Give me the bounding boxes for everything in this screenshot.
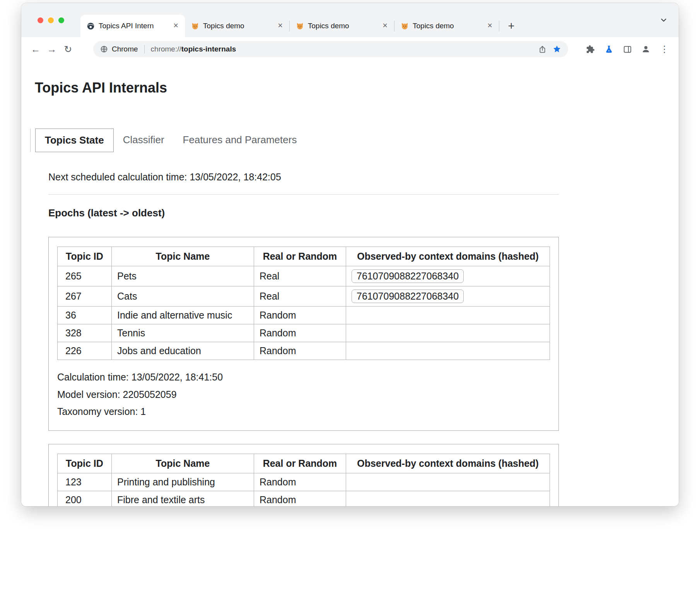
table-header-row: Topic ID Topic Name Real or Random Obser… bbox=[58, 247, 550, 266]
side-panel-icon[interactable] bbox=[619, 41, 635, 57]
url-host: topics-internals bbox=[181, 45, 236, 53]
cat-favicon-icon bbox=[191, 22, 199, 30]
observed-cell: 7610709088227068340 bbox=[346, 286, 550, 307]
real-or-random-cell: Random bbox=[254, 324, 346, 342]
address-bar[interactable]: Chrome chrome://topics-internals bbox=[93, 41, 568, 57]
observed-cell bbox=[346, 491, 550, 506]
real-or-random-cell: Random bbox=[254, 342, 346, 360]
table-row: 36 Indie and alternative music Random bbox=[58, 307, 550, 324]
section-divider bbox=[48, 194, 559, 195]
epoch-card-1: Topic ID Topic Name Real or Random Obser… bbox=[48, 237, 559, 431]
url-text: chrome://topics-internals bbox=[151, 45, 236, 53]
window-controls bbox=[21, 17, 80, 23]
back-button[interactable]: ← bbox=[27, 41, 44, 57]
col-topic-id: Topic ID bbox=[58, 454, 112, 473]
observed-cell bbox=[346, 342, 550, 360]
toolbar-right-cluster: ⋮ bbox=[582, 41, 673, 57]
tab-classifier[interactable]: Classifier bbox=[114, 129, 174, 152]
table-header-row: Topic ID Topic Name Real or Random Obser… bbox=[58, 454, 550, 473]
new-tab-button[interactable]: + bbox=[504, 19, 519, 33]
tab-title: Topics demo bbox=[203, 22, 271, 30]
site-globe-icon bbox=[100, 45, 108, 53]
tab-search-chevron-icon[interactable] bbox=[659, 16, 668, 24]
extensions-puzzle-icon[interactable] bbox=[582, 41, 598, 57]
hashed-domain-chip[interactable]: 7610709088227068340 bbox=[352, 269, 464, 283]
observed-cell bbox=[346, 307, 550, 324]
hashed-domain-chip[interactable]: 7610709088227068340 bbox=[352, 290, 464, 303]
taxonomy-version: Taxonomy version: 1 bbox=[57, 403, 550, 420]
topic-id-cell: 123 bbox=[58, 473, 112, 491]
cat-favicon-icon bbox=[401, 22, 409, 30]
table-row: 200 Fibre and textile arts Random bbox=[58, 491, 550, 506]
browser-menu-icon[interactable]: ⋮ bbox=[656, 41, 673, 57]
topic-name-cell: Fibre and textile arts bbox=[112, 491, 254, 506]
profile-avatar-icon[interactable] bbox=[638, 41, 654, 57]
experiments-flask-icon[interactable] bbox=[601, 41, 617, 57]
real-or-random-cell: Real bbox=[254, 286, 346, 307]
table-row: 267 Cats Real 7610709088227068340 bbox=[58, 286, 550, 307]
topic-id-cell: 200 bbox=[58, 491, 112, 506]
col-real-or-random: Real or Random bbox=[254, 454, 346, 473]
epoch-table-2: Topic ID Topic Name Real or Random Obser… bbox=[57, 454, 550, 507]
topic-name-cell: Printing and publishing bbox=[112, 473, 254, 491]
minimize-window-button[interactable] bbox=[48, 17, 54, 23]
close-tab-icon[interactable]: × bbox=[380, 21, 390, 31]
desktop-background: Topics API Intern × Topics demo × Topics… bbox=[0, 0, 700, 610]
topic-name-cell: Tennis bbox=[112, 324, 254, 342]
real-or-random-cell: Real bbox=[254, 266, 346, 286]
reload-button[interactable]: ↻ bbox=[60, 41, 76, 57]
page-content: Topics API Internals Topics State Classi… bbox=[21, 61, 679, 506]
model-version: Model version: 2205052059 bbox=[57, 386, 550, 403]
observed-cell bbox=[346, 473, 550, 491]
close-window-button[interactable] bbox=[38, 17, 43, 23]
topic-name-cell: Jobs and education bbox=[112, 342, 254, 360]
tab-separator bbox=[499, 21, 499, 31]
topics-state-panel: Next scheduled calculation time: 13/05/2… bbox=[48, 171, 559, 506]
table-row: 328 Tennis Random bbox=[58, 324, 550, 342]
browser-toolbar: ← → ↻ Chrome chrome://topics-internals bbox=[21, 37, 679, 61]
browser-window: Topics API Intern × Topics demo × Topics… bbox=[21, 3, 679, 506]
bookmark-star-icon[interactable] bbox=[553, 45, 561, 53]
topic-id-cell: 267 bbox=[58, 286, 112, 307]
col-real-or-random: Real or Random bbox=[254, 247, 346, 266]
calculation-time: Calculation time: 13/05/2022, 18:41:50 bbox=[57, 368, 550, 386]
observed-cell: 7610709088227068340 bbox=[346, 266, 550, 286]
page-title: Topics API Internals bbox=[35, 80, 665, 96]
topic-name-cell: Indie and alternative music bbox=[112, 307, 254, 324]
tab-title: Topics demo bbox=[308, 22, 376, 30]
col-topic-name: Topic Name bbox=[112, 454, 254, 473]
tab-strip: Topics API Intern × Topics demo × Topics… bbox=[21, 3, 679, 37]
topic-id-cell: 328 bbox=[58, 324, 112, 342]
close-tab-icon[interactable]: × bbox=[485, 21, 495, 31]
topic-id-cell: 265 bbox=[58, 266, 112, 286]
url-scheme: chrome:// bbox=[151, 45, 181, 53]
real-or-random-cell: Random bbox=[254, 491, 346, 506]
internals-tab-bar: Topics State Classifier Features and Par… bbox=[30, 129, 665, 152]
tab-title: Topics demo bbox=[413, 22, 481, 30]
browser-tab-topics-demo-1[interactable]: Topics demo × bbox=[185, 15, 289, 37]
close-tab-icon[interactable]: × bbox=[275, 21, 285, 31]
forward-button[interactable]: → bbox=[44, 41, 60, 57]
table-row: 265 Pets Real 7610709088227068340 bbox=[58, 266, 550, 286]
tab-features-parameters[interactable]: Features and Parameters bbox=[174, 129, 306, 152]
col-topic-name: Topic Name bbox=[112, 247, 254, 266]
browser-tab-topics-demo-3[interactable]: Topics demo × bbox=[394, 15, 499, 37]
topic-name-cell: Pets bbox=[112, 266, 254, 286]
close-tab-icon[interactable]: × bbox=[171, 21, 181, 31]
table-row: 226 Jobs and education Random bbox=[58, 342, 550, 360]
address-actions bbox=[538, 45, 561, 53]
col-topic-id: Topic ID bbox=[58, 247, 112, 266]
browser-tab-topics-internals[interactable]: Topics API Intern × bbox=[80, 15, 185, 37]
observed-cell bbox=[346, 324, 550, 342]
zoom-window-button[interactable] bbox=[58, 17, 64, 23]
browser-tab-topics-demo-2[interactable]: Topics demo × bbox=[290, 15, 394, 37]
epoch-metadata: Calculation time: 13/05/2022, 18:41:50 M… bbox=[57, 368, 550, 420]
topic-id-cell: 36 bbox=[58, 307, 112, 324]
share-icon[interactable] bbox=[538, 45, 546, 53]
tab-topics-state[interactable]: Topics State bbox=[35, 129, 114, 152]
real-or-random-cell: Random bbox=[254, 473, 346, 491]
tab-title: Topics API Intern bbox=[99, 22, 167, 30]
col-observed-domains: Observed-by context domains (hashed) bbox=[346, 247, 550, 266]
table-row: 123 Printing and publishing Random bbox=[58, 473, 550, 491]
epoch-card-2: Topic ID Topic Name Real or Random Obser… bbox=[48, 444, 559, 507]
